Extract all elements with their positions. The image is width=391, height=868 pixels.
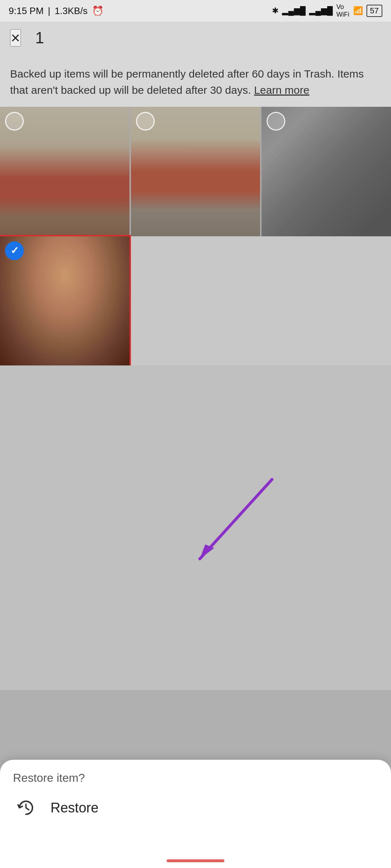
status-bar: 9:15 PM | 1.3KB/s ⏰ ✱ ▂▄▆█ ▂▄▆█ VoWiFi 📶… bbox=[0, 0, 391, 22]
vowifi-label: VoWiFi bbox=[337, 3, 350, 18]
main-scroll-area: × 1 Backed up items will be permanently … bbox=[0, 22, 391, 690]
time-display: 9:15 PM bbox=[9, 5, 44, 17]
restore-label[interactable]: Restore bbox=[50, 800, 98, 816]
signal-icon: ▂▄▆█ bbox=[282, 6, 306, 16]
battery-indicator: 57 bbox=[366, 5, 382, 17]
network-speed: 1.3KB/s bbox=[55, 5, 88, 17]
photo-grid-row2 bbox=[0, 236, 391, 366]
speed-display: | bbox=[48, 5, 50, 17]
sheet-title: Restore item? bbox=[13, 771, 378, 785]
photo-cell-empty-1 bbox=[131, 236, 260, 366]
photo-cell-4[interactable] bbox=[0, 236, 129, 366]
bluetooth-icon: ✱ bbox=[272, 6, 278, 16]
photo-cell-2[interactable] bbox=[131, 107, 260, 236]
info-section: Backed up items will be permanently dele… bbox=[0, 54, 391, 107]
photo-cell-empty-2 bbox=[262, 236, 391, 366]
signal-icon-2: ▂▄▆█ bbox=[309, 6, 333, 16]
photo-grid-row1 bbox=[0, 107, 391, 236]
selection-circle-4[interactable] bbox=[5, 241, 24, 260]
arrow-annotation bbox=[171, 472, 294, 575]
status-bar-right: ✱ ▂▄▆█ ▂▄▆█ VoWiFi 📶 57 bbox=[272, 3, 382, 18]
home-indicator bbox=[167, 859, 224, 862]
restore-row[interactable]: Restore bbox=[13, 795, 378, 821]
wifi-icon: 📶 bbox=[353, 6, 363, 16]
learn-more-link[interactable]: Learn more bbox=[254, 84, 309, 96]
svg-line-3 bbox=[26, 808, 29, 810]
selection-circle-1[interactable] bbox=[5, 112, 24, 131]
alarm-icon: ⏰ bbox=[92, 5, 104, 17]
svg-line-0 bbox=[200, 479, 272, 559]
selection-circle-3[interactable] bbox=[267, 112, 285, 131]
svg-marker-1 bbox=[200, 544, 214, 559]
photo-cell-1[interactable] bbox=[0, 107, 129, 236]
selected-count: 1 bbox=[35, 29, 44, 47]
close-button[interactable]: × bbox=[10, 29, 21, 47]
top-bar: × 1 bbox=[0, 22, 391, 54]
restore-icon bbox=[13, 795, 39, 821]
bottom-sheet: Restore item? Restore bbox=[0, 760, 391, 868]
status-bar-left: 9:15 PM | 1.3KB/s ⏰ bbox=[9, 5, 104, 17]
photo-cell-3[interactable] bbox=[262, 107, 391, 236]
selection-circle-2[interactable] bbox=[136, 112, 155, 131]
empty-content-area bbox=[0, 365, 391, 690]
info-text: Backed up items will be permanently dele… bbox=[10, 66, 381, 98]
